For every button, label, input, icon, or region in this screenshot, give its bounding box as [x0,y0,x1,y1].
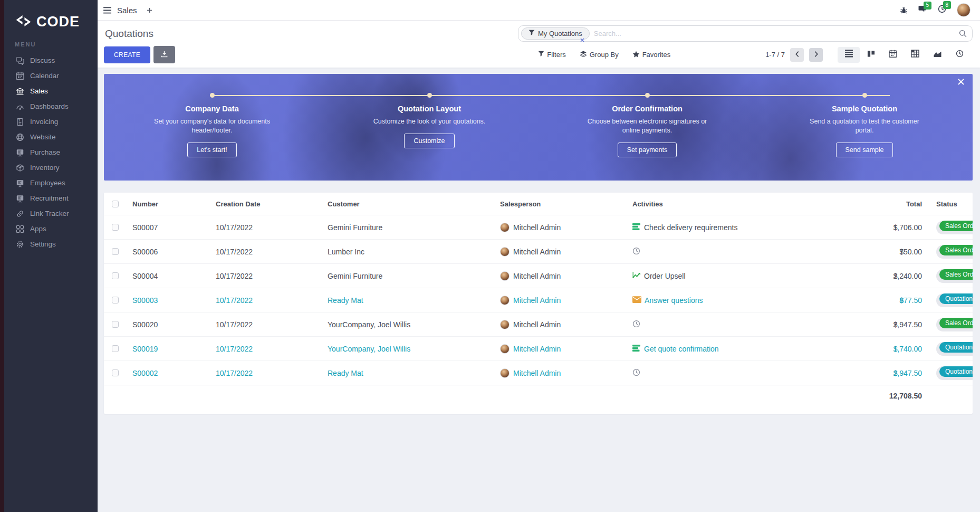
row-checkbox[interactable] [112,224,119,231]
table-row-S00019[interactable]: S0001910/17/2022YourCompany, Joel Willis… [104,336,973,361]
activity-label[interactable]: Answer questions [645,296,703,305]
step-action-button[interactable]: Customize [404,134,454,148]
sidebar-item-apps[interactable]: Apps [4,221,98,236]
cell-activities[interactable] [626,368,859,378]
row-checkbox[interactable] [112,272,119,279]
export-download-button[interactable] [153,46,175,63]
cell-number[interactable]: S00019 [126,345,209,353]
hamburger-menu-icon[interactable] [103,7,112,14]
view-switch-list[interactable] [838,47,860,63]
view-switch-calendar[interactable] [882,47,904,63]
activities-icon[interactable]: 8 [938,5,946,15]
sidebar-item-link-tracker[interactable]: Link Tracker [4,206,98,221]
cell-salesperson[interactable]: Mitchell Admin [494,247,626,257]
search-facet-my-quotations[interactable]: My Quotations [521,27,590,40]
filters-button[interactable]: Filters [538,51,565,59]
sidebar-item-settings[interactable]: Settings [4,236,98,252]
sidebar-item-dashboards[interactable]: Dashboards [4,99,98,114]
cell-salesperson[interactable]: Mitchell Admin [494,223,626,232]
step-action-button[interactable]: Send sample [836,143,893,157]
table-row-S00003[interactable]: S0000310/17/2022Ready MatMitchell AdminA… [104,288,973,312]
column-header-total[interactable]: Total [859,200,922,208]
cell-activities[interactable]: Order Upsell [626,271,859,280]
chartup-activity-icon[interactable] [632,271,641,280]
select-all-checkbox[interactable] [112,201,119,207]
cell-creation-date[interactable]: 10/17/2022 [209,369,321,377]
cell-activities[interactable]: Get quote confirmation [626,345,859,353]
search-bar[interactable]: My Quotations [518,25,973,42]
messages-icon[interactable]: 5 [918,5,927,15]
cell-number[interactable]: S00004 [126,272,209,280]
table-row-S00006[interactable]: S0000610/17/2022Lumber IncMitchell Admin… [104,239,973,263]
cell-creation-date[interactable]: 10/17/2022 [209,345,321,353]
cell-creation-date[interactable]: 10/17/2022 [209,248,321,256]
sidebar-item-invoicing[interactable]: $Invoicing [4,114,98,129]
row-checkbox[interactable] [112,248,119,255]
sidebar-item-website[interactable]: Website [4,129,98,145]
cell-salesperson[interactable]: Mitchell Admin [494,320,626,329]
cell-salesperson[interactable]: Mitchell Admin [494,344,626,354]
cell-creation-date[interactable]: 10/17/2022 [209,223,321,232]
tasks-activity-icon[interactable] [632,223,641,232]
create-button[interactable]: CREATE [104,46,150,63]
activity-label[interactable]: Order Upsell [644,272,686,280]
cell-activities[interactable]: Check delivery requirements [626,223,859,232]
column-header-creation-date[interactable]: Creation Date [209,200,321,208]
banner-close-icon[interactable] [958,79,964,85]
cell-customer[interactable]: Ready Mat [321,369,494,377]
sidebar-item-recruitment[interactable]: Recruitment [4,191,98,206]
facet-remove-icon[interactable] [580,36,584,44]
cell-number[interactable]: S00002 [126,369,209,377]
cell-salesperson[interactable]: Mitchell Admin [494,368,626,378]
group-by-button[interactable]: Group By [580,50,619,59]
favorites-button[interactable]: Favorites [632,51,670,59]
cell-customer[interactable]: Gemini Furniture [321,223,494,232]
view-switch-pivot[interactable] [904,47,926,63]
cell-creation-date[interactable]: 10/17/2022 [209,296,321,305]
cell-activities[interactable]: Answer questions [626,296,859,305]
sidebar-item-calendar[interactable]: Calendar [4,68,98,83]
search-icon[interactable] [959,30,967,37]
step-action-button[interactable]: Let's start! [187,143,236,157]
cell-customer[interactable]: YourCompany, Joel Willis [321,345,494,353]
activity-label[interactable]: Get quote confirmation [644,345,719,353]
cell-customer[interactable]: Lumber Inc [321,248,494,256]
sidebar-item-purchase[interactable]: Purchase [4,145,98,160]
cell-number[interactable]: S00007 [126,223,209,232]
envelope-activity-icon[interactable] [632,296,641,305]
column-header-number[interactable]: Number [126,200,209,208]
sidebar-item-sales[interactable]: Sales [4,83,98,99]
clock-activity-icon[interactable] [632,320,640,329]
cell-number[interactable]: S00003 [126,296,209,305]
column-header-customer[interactable]: Customer [321,200,494,208]
table-row-S00002[interactable]: S0000210/17/2022Ready MatMitchell Admin$… [104,361,973,385]
column-header-salesperson[interactable]: Salesperson [494,200,626,208]
sidebar-item-inventory[interactable]: Inventory [4,160,98,175]
view-switch-kanban[interactable] [860,47,882,63]
column-header-status[interactable]: Status [922,200,973,208]
tasks-activity-icon[interactable] [632,345,641,353]
cell-creation-date[interactable]: 10/17/2022 [209,272,321,280]
row-checkbox[interactable] [112,321,119,328]
cell-customer[interactable]: Gemini Furniture [321,272,494,280]
row-checkbox[interactable] [112,297,119,304]
cell-creation-date[interactable]: 10/17/2022 [209,320,321,329]
view-switch-graph[interactable] [926,47,948,63]
cell-salesperson[interactable]: Mitchell Admin [494,296,626,305]
cell-salesperson[interactable]: Mitchell Admin [494,271,626,281]
table-row-S00004[interactable]: S0000410/17/2022Gemini FurnitureMitchell… [104,263,973,288]
cell-activities[interactable] [626,320,859,329]
search-input[interactable] [594,30,959,37]
pager-next-button[interactable] [809,48,823,62]
user-avatar[interactable] [957,3,971,17]
table-row-S00020[interactable]: S0002010/17/2022YourCompany, Joel Willis… [104,312,973,336]
activity-label[interactable]: Check delivery requirements [644,223,737,232]
sidebar-item-discuss[interactable]: Discuss [4,53,98,68]
column-header-activities[interactable]: Activities [626,200,859,208]
cell-number[interactable]: S00020 [126,320,209,329]
clock-activity-icon[interactable] [632,368,640,378]
cell-customer[interactable]: Ready Mat [321,296,494,305]
view-switch-activity[interactable] [948,47,971,63]
debug-bug-icon[interactable] [900,6,908,14]
cell-customer[interactable]: YourCompany, Joel Willis [321,320,494,329]
